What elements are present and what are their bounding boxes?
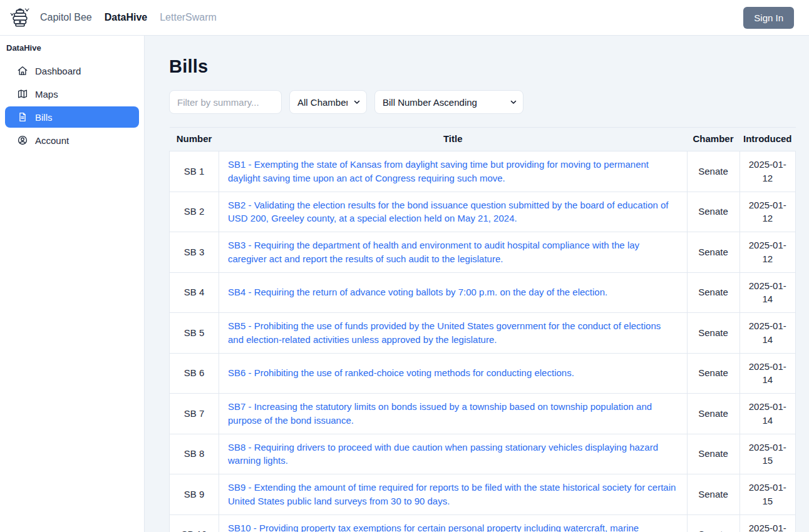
sidebar-section-label: DataHive [5,42,139,60]
bill-title-link[interactable]: SB1 - Exempting the state of Kansas from… [228,159,649,183]
top-bar: Capitol Bee DataHive LetterSwarm Sign In [0,0,809,36]
main-content: Bills All Chambers Bill Number Ascending [145,36,809,532]
bill-introduced-cell: 2025-01-15 [739,474,796,515]
bill-title-link[interactable]: SB5 - Prohibiting the use of funds provi… [228,320,661,345]
bill-title-link[interactable]: SB2 - Validating the election results fo… [228,200,669,224]
bill-chamber-cell: Senate [687,313,739,354]
bill-chamber-cell: Senate [687,474,739,515]
sidebar-item-dashboard[interactable]: Dashboard [5,60,139,81]
bill-chamber-cell: Senate [687,272,739,313]
bill-introduced-cell: 2025-01-14 [739,313,796,354]
beehive-logo-icon [9,6,31,29]
page-title: Bills [169,56,796,77]
table-row: SB 6 SB6 - Prohibiting the use of ranked… [170,353,796,394]
bill-number-cell: SB 3 [170,232,219,273]
bill-introduced-cell: 2025-01-15 [739,434,796,474]
table-row: SB 2 SB2 - Validating the election resul… [170,192,796,232]
table-row: SB 7 SB7 - Increasing the statutory limi… [170,394,796,434]
sidebar-item-label: Account [35,135,69,146]
bill-chamber-cell: Senate [687,514,739,532]
table-row: SB 4 SB4 - Requiring the return of advan… [170,272,796,313]
bill-title-cell: SB2 - Validating the election results fo… [219,192,688,232]
bills-table-body: SB 1 SB1 - Exempting the state of Kansas… [170,151,796,532]
bill-number-cell: SB 9 [170,474,219,515]
bill-title-link[interactable]: SB8 - Requiring drivers to proceed with … [228,442,658,466]
summary-filter-input[interactable] [169,90,282,114]
brand-letterswarm[interactable]: LetterSwarm [160,12,217,23]
map-icon [17,88,28,100]
home-icon [17,65,28,76]
bill-title-cell: SB10 - Providing property tax exemptions… [219,514,688,532]
bill-title-cell: SB4 - Requiring the return of advance vo… [219,272,688,313]
filter-bar: All Chambers Bill Number Ascending [169,90,796,114]
document-icon [17,111,28,123]
bill-chamber-cell: Senate [687,192,739,232]
bill-introduced-cell: 2025-01-14 [739,272,796,313]
bill-number-cell: SB 5 [170,313,219,354]
brand-nav: Capitol Bee DataHive LetterSwarm [40,12,217,23]
bill-title-link[interactable]: SB9 - Extending the amount of time requi… [228,482,676,506]
sign-in-button[interactable]: Sign In [743,7,794,29]
sidebar: DataHive Dashboard Maps [0,36,145,532]
bill-chamber-cell: Senate [687,394,739,434]
bill-title-link[interactable]: SB6 - Prohibiting the use of ranked-choi… [228,367,574,378]
bill-title-link[interactable]: SB3 - Requiring the department of health… [228,240,639,264]
table-row: SB 5 SB5 - Prohibiting the use of funds … [170,313,796,354]
bill-introduced-cell: 2025-01-14 [739,353,796,394]
bill-title-cell: SB7 - Increasing the statutory limits on… [219,394,688,434]
column-header-title: Title [219,128,688,151]
bill-title-cell: SB6 - Prohibiting the use of ranked-choi… [219,353,688,394]
bill-title-link[interactable]: SB4 - Requiring the return of advance vo… [228,287,607,297]
bill-number-cell: SB 7 [170,394,219,434]
sort-select[interactable]: Bill Number Ascending [374,90,523,114]
bill-number-cell: SB 10 [170,514,219,532]
sidebar-item-label: Dashboard [35,66,81,76]
table-row: SB 3 SB3 - Requiring the department of h… [170,232,796,273]
sidebar-item-bills[interactable]: Bills [5,106,139,128]
bills-table: Number Title Chamber Introduced SB 1 SB1… [169,127,796,532]
bill-introduced-cell: 2025-01-12 [739,232,796,273]
bill-number-cell: SB 8 [170,434,219,474]
bill-introduced-cell: 2025-01-12 [739,192,796,232]
bill-title-link[interactable]: SB7 - Increasing the statutory limits on… [228,401,652,426]
user-circle-icon [17,135,28,146]
table-row: SB 9 SB9 - Extending the amount of time … [170,474,796,515]
column-header-introduced: Introduced [739,128,796,151]
table-row: SB 8 SB8 - Requiring drivers to proceed … [170,434,796,474]
bill-chamber-cell: Senate [687,151,739,192]
bill-title-cell: SB1 - Exempting the state of Kansas from… [219,151,688,192]
bill-title-cell: SB3 - Requiring the department of health… [219,232,688,273]
bill-number-cell: SB 4 [170,272,219,313]
sidebar-item-maps[interactable]: Maps [5,83,139,105]
bill-title-cell: SB9 - Extending the amount of time requi… [219,474,688,515]
bill-chamber-cell: Senate [687,353,739,394]
bill-introduced-cell: 2025-01-12 [739,151,796,192]
table-row: SB 1 SB1 - Exempting the state of Kansas… [170,151,796,192]
bill-number-cell: SB 2 [170,192,219,232]
bill-chamber-cell: Senate [687,232,739,273]
bill-title-cell: SB8 - Requiring drivers to proceed with … [219,434,688,474]
column-header-number: Number [170,128,219,151]
chamber-select[interactable]: All Chambers [289,90,367,114]
bill-number-cell: SB 1 [170,151,219,192]
bill-chamber-cell: Senate [687,434,739,474]
brand-datahive[interactable]: DataHive [105,12,147,23]
table-row: SB 10 SB10 - Providing property tax exem… [170,514,796,532]
sidebar-item-label: Maps [35,89,58,100]
column-header-chamber: Chamber [687,128,739,151]
bill-title-cell: SB5 - Prohibiting the use of funds provi… [219,313,688,354]
bill-number-cell: SB 6 [170,353,219,394]
bill-introduced-cell: 2025-01-14 [739,394,796,434]
brand-capitol-bee[interactable]: Capitol Bee [40,12,92,23]
sidebar-item-account[interactable]: Account [5,130,139,151]
bills-table-header: Number Title Chamber Introduced [170,128,796,151]
bill-title-link[interactable]: SB10 - Providing property tax exemptions… [228,523,639,532]
bill-introduced-cell: 2025-01-15 [739,514,796,532]
sidebar-item-label: Bills [35,112,53,123]
